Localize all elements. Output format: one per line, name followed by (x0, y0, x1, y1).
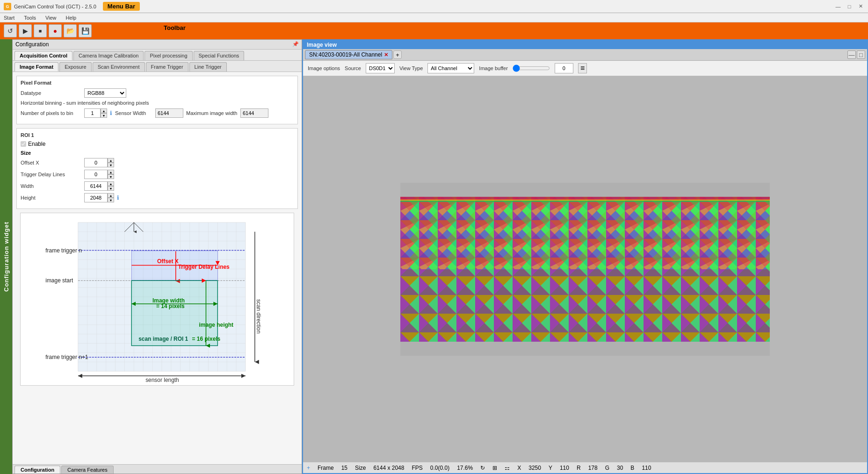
svg-text:frame trigger n+1: frame trigger n+1 (45, 354, 88, 360)
binning-row: Number of pixels to bin ▲ ▼ ℹ Sensor Wid… (21, 108, 294, 118)
config-content: Pixel Format Datatype RGB88 Horizontal b… (13, 72, 302, 464)
tab-exposure[interactable]: Exposure (59, 62, 91, 72)
config-widget-label: Configuration widget (0, 39, 12, 474)
maximize-button[interactable]: □ (846, 3, 853, 10)
settings-icon[interactable]: ≡ (578, 63, 587, 73)
svg-text:frame trigger n: frame trigger n (45, 247, 82, 254)
save-button[interactable]: 💾 (79, 24, 92, 37)
x-label: X (517, 465, 521, 471)
offset-x-btns: ▲ ▼ (108, 158, 114, 167)
app-icon: G (4, 3, 11, 10)
fps-label: FPS (412, 465, 422, 471)
binning-desc: Horizontal binning - sum intensities of … (21, 100, 294, 106)
toolbar-label: Toolbar (159, 23, 190, 32)
enable-row: Enable (21, 141, 294, 147)
record-button[interactable]: ● (49, 24, 62, 37)
bottom-tab-configuration[interactable]: Configuration (14, 466, 60, 474)
image-panel-minimize[interactable]: — (847, 50, 856, 59)
image-buffer-slider[interactable] (513, 64, 550, 73)
close-button[interactable]: ✕ (857, 3, 864, 10)
offset-x-down[interactable]: ▼ (108, 163, 114, 167)
zoom-value: 17.6% (457, 465, 473, 471)
source-select[interactable]: DS0D1 (366, 63, 395, 73)
datatype-row: Datatype RGB88 (21, 88, 294, 98)
size-title: Size (21, 150, 294, 156)
image-panel-maximize[interactable]: □ (857, 50, 865, 59)
refresh-icon[interactable]: ↻ (480, 465, 485, 471)
height-input[interactable] (84, 193, 108, 202)
datatype-select[interactable]: RGB88 (84, 88, 126, 98)
bottom-tab-camera-features[interactable]: Camera Features (61, 466, 114, 474)
view-type-label: View Type (399, 65, 423, 71)
tab-acquisition-control[interactable]: Acquisition Control (14, 51, 72, 60)
svg-text:image height: image height (199, 322, 234, 328)
trigger-delay-label: Trigger Delay Lines (21, 172, 81, 177)
num-pixels-up[interactable]: ▲ (101, 108, 107, 113)
snapshot-icon[interactable]: ⚏ (505, 465, 510, 471)
frame-label: Frame (318, 465, 334, 471)
config-panel: Configuration 📌 Acquisition Control Came… (12, 39, 302, 474)
trigger-delay-up[interactable]: ▲ (108, 170, 114, 174)
tab-image-format[interactable]: Image Format (14, 62, 58, 72)
fit-icon[interactable]: ⊞ (492, 465, 497, 471)
image-options-title: Image options (308, 65, 340, 71)
open-button[interactable]: 📂 (64, 24, 77, 37)
trigger-delay-input[interactable] (84, 170, 108, 179)
height-down[interactable]: ▼ (108, 198, 114, 202)
trigger-delay-down[interactable]: ▼ (108, 174, 114, 179)
tab-line-trigger[interactable]: Line Trigger (189, 62, 227, 72)
roi-title: ROI 1 (21, 132, 294, 138)
svg-text:scan direction: scan direction (255, 299, 262, 334)
add-frame-icon[interactable]: + (307, 465, 310, 471)
source-label: Source (345, 65, 361, 71)
width-input[interactable] (84, 181, 108, 191)
config-panel-title: Configuration 📌 (13, 40, 302, 50)
titlebar-controls: — □ ✕ (834, 3, 864, 10)
enable-checkbox[interactable] (21, 141, 26, 147)
pin-button[interactable]: 📌 (292, 41, 299, 48)
bottom-tab-bar: Configuration Camera Features (13, 464, 302, 474)
tab-frame-trigger[interactable]: Frame Trigger (146, 62, 188, 72)
width-spinbox: ▲ ▼ (84, 181, 114, 191)
height-btns: ▲ ▼ (108, 193, 114, 202)
stop-button[interactable]: ■ (34, 24, 47, 37)
max-image-width-input[interactable] (240, 108, 268, 118)
enable-label: Enable (28, 141, 45, 147)
add-tab-button[interactable]: + (393, 50, 402, 59)
image-panel-title: Image view (303, 40, 867, 49)
menu-view[interactable]: View (43, 15, 58, 21)
height-info-icon: ℹ (117, 194, 119, 201)
menu-tools[interactable]: Tools (22, 15, 38, 21)
tab-camera-image-calibration[interactable]: Camera Image Calibration (73, 51, 144, 60)
tab-pixel-processing[interactable]: Pixel processing (145, 51, 192, 60)
b-value: 110 (642, 465, 651, 471)
status-bar: + Frame 15 Size 6144 x 2048 FPS 0.0(0.0)… (303, 462, 867, 473)
toolbar: ↺ ▶ ■ ● 📂 💾 Toolbar (0, 22, 868, 39)
svg-text:= 14 pixels: = 14 pixels (156, 303, 185, 309)
num-pixels-input[interactable] (84, 108, 101, 118)
sensor-width-input[interactable] (155, 108, 183, 118)
play-button[interactable]: ▶ (19, 24, 32, 37)
image-panel: Image view SN:40203-00019-All Channel ✕ … (302, 39, 868, 474)
trigger-delay-spinbox: ▲ ▼ (84, 170, 114, 179)
fps-value: 0.0(0.0) (430, 465, 449, 471)
tab-special-functions[interactable]: Special Functions (194, 51, 245, 60)
width-up[interactable]: ▲ (108, 181, 114, 186)
tab-scan-environment[interactable]: Scan Environment (93, 62, 145, 72)
image-tab-main[interactable]: SN:40203-00019-All Channel ✕ (305, 50, 392, 59)
image-tab-close[interactable]: ✕ (384, 52, 388, 58)
offset-x-up[interactable]: ▲ (108, 158, 114, 163)
menu-start[interactable]: Start (2, 15, 16, 21)
menu-help[interactable]: Help (64, 15, 79, 21)
reset-button[interactable]: ↺ (4, 24, 17, 37)
width-down[interactable]: ▼ (108, 186, 114, 191)
view-type-select[interactable]: All Channel (427, 63, 474, 73)
pattern-display (400, 183, 770, 356)
width-row: Width ▲ ▼ (21, 181, 294, 191)
minimize-button[interactable]: — (834, 3, 842, 10)
num-pixels-down[interactable]: ▼ (101, 113, 107, 118)
image-buffer-input[interactable] (555, 63, 573, 73)
offset-x-input[interactable] (84, 158, 108, 167)
height-up[interactable]: ▲ (108, 193, 114, 198)
offset-x-spinbox: ▲ ▼ (84, 158, 114, 167)
